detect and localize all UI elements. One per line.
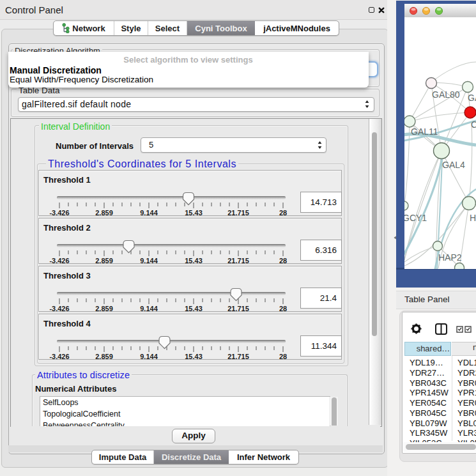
svg-text:GAL11: GAL11 — [411, 127, 438, 137]
svg-text:H: H — [470, 213, 476, 223]
svg-text:GAL80: GAL80 — [432, 89, 460, 100]
svg-text:GA: GA — [468, 93, 476, 103]
svg-text:GCY1: GCY1 — [404, 213, 427, 223]
svg-text:HAP2: HAP2 — [438, 252, 462, 263]
svg-text:GAL4: GAL4 — [442, 160, 465, 170]
svg-text:C: C — [471, 119, 476, 130]
